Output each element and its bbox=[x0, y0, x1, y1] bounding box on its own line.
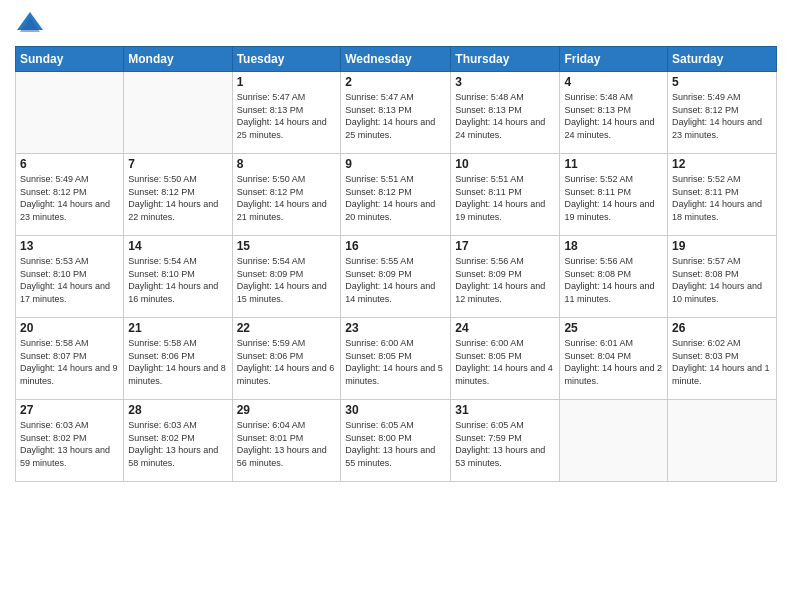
day-number: 22 bbox=[237, 321, 337, 335]
calendar-week-2: 6Sunrise: 5:49 AM Sunset: 8:12 PM Daylig… bbox=[16, 154, 777, 236]
calendar-cell bbox=[16, 72, 124, 154]
day-number: 21 bbox=[128, 321, 227, 335]
calendar-cell: 24Sunrise: 6:00 AM Sunset: 8:05 PM Dayli… bbox=[451, 318, 560, 400]
calendar-cell: 26Sunrise: 6:02 AM Sunset: 8:03 PM Dayli… bbox=[668, 318, 777, 400]
calendar-cell: 31Sunrise: 6:05 AM Sunset: 7:59 PM Dayli… bbox=[451, 400, 560, 482]
calendar-cell: 8Sunrise: 5:50 AM Sunset: 8:12 PM Daylig… bbox=[232, 154, 341, 236]
logo bbox=[15, 10, 49, 38]
day-number: 8 bbox=[237, 157, 337, 171]
day-number: 20 bbox=[20, 321, 119, 335]
day-of-week-tuesday: Tuesday bbox=[232, 47, 341, 72]
header bbox=[15, 10, 777, 38]
calendar-cell: 20Sunrise: 5:58 AM Sunset: 8:07 PM Dayli… bbox=[16, 318, 124, 400]
day-number: 14 bbox=[128, 239, 227, 253]
day-number: 23 bbox=[345, 321, 446, 335]
calendar-cell: 6Sunrise: 5:49 AM Sunset: 8:12 PM Daylig… bbox=[16, 154, 124, 236]
day-number: 13 bbox=[20, 239, 119, 253]
calendar-cell: 12Sunrise: 5:52 AM Sunset: 8:11 PM Dayli… bbox=[668, 154, 777, 236]
cell-content: Sunrise: 5:48 AM Sunset: 8:13 PM Dayligh… bbox=[564, 91, 663, 141]
cell-content: Sunrise: 6:04 AM Sunset: 8:01 PM Dayligh… bbox=[237, 419, 337, 469]
day-number: 28 bbox=[128, 403, 227, 417]
calendar-cell: 16Sunrise: 5:55 AM Sunset: 8:09 PM Dayli… bbox=[341, 236, 451, 318]
calendar-cell: 23Sunrise: 6:00 AM Sunset: 8:05 PM Dayli… bbox=[341, 318, 451, 400]
day-number: 19 bbox=[672, 239, 772, 253]
cell-content: Sunrise: 5:56 AM Sunset: 8:09 PM Dayligh… bbox=[455, 255, 555, 305]
day-number: 25 bbox=[564, 321, 663, 335]
day-number: 27 bbox=[20, 403, 119, 417]
cell-content: Sunrise: 5:51 AM Sunset: 8:11 PM Dayligh… bbox=[455, 173, 555, 223]
calendar-cell: 14Sunrise: 5:54 AM Sunset: 8:10 PM Dayli… bbox=[124, 236, 232, 318]
day-number: 18 bbox=[564, 239, 663, 253]
cell-content: Sunrise: 5:54 AM Sunset: 8:09 PM Dayligh… bbox=[237, 255, 337, 305]
cell-content: Sunrise: 6:03 AM Sunset: 8:02 PM Dayligh… bbox=[20, 419, 119, 469]
calendar-cell: 25Sunrise: 6:01 AM Sunset: 8:04 PM Dayli… bbox=[560, 318, 668, 400]
calendar-cell: 1Sunrise: 5:47 AM Sunset: 8:13 PM Daylig… bbox=[232, 72, 341, 154]
calendar-table: SundayMondayTuesdayWednesdayThursdayFrid… bbox=[15, 46, 777, 482]
calendar-cell: 15Sunrise: 5:54 AM Sunset: 8:09 PM Dayli… bbox=[232, 236, 341, 318]
day-number: 9 bbox=[345, 157, 446, 171]
cell-content: Sunrise: 5:50 AM Sunset: 8:12 PM Dayligh… bbox=[128, 173, 227, 223]
calendar-cell: 5Sunrise: 5:49 AM Sunset: 8:12 PM Daylig… bbox=[668, 72, 777, 154]
cell-content: Sunrise: 5:47 AM Sunset: 8:13 PM Dayligh… bbox=[345, 91, 446, 141]
day-of-week-monday: Monday bbox=[124, 47, 232, 72]
calendar-cell: 13Sunrise: 5:53 AM Sunset: 8:10 PM Dayli… bbox=[16, 236, 124, 318]
calendar-cell: 17Sunrise: 5:56 AM Sunset: 8:09 PM Dayli… bbox=[451, 236, 560, 318]
cell-content: Sunrise: 5:53 AM Sunset: 8:10 PM Dayligh… bbox=[20, 255, 119, 305]
calendar-cell: 22Sunrise: 5:59 AM Sunset: 8:06 PM Dayli… bbox=[232, 318, 341, 400]
calendar-cell: 4Sunrise: 5:48 AM Sunset: 8:13 PM Daylig… bbox=[560, 72, 668, 154]
calendar-cell: 21Sunrise: 5:58 AM Sunset: 8:06 PM Dayli… bbox=[124, 318, 232, 400]
cell-content: Sunrise: 5:58 AM Sunset: 8:06 PM Dayligh… bbox=[128, 337, 227, 387]
cell-content: Sunrise: 6:01 AM Sunset: 8:04 PM Dayligh… bbox=[564, 337, 663, 387]
cell-content: Sunrise: 5:58 AM Sunset: 8:07 PM Dayligh… bbox=[20, 337, 119, 387]
day-of-week-friday: Friday bbox=[560, 47, 668, 72]
cell-content: Sunrise: 5:47 AM Sunset: 8:13 PM Dayligh… bbox=[237, 91, 337, 141]
cell-content: Sunrise: 5:50 AM Sunset: 8:12 PM Dayligh… bbox=[237, 173, 337, 223]
day-of-week-sunday: Sunday bbox=[16, 47, 124, 72]
calendar-week-5: 27Sunrise: 6:03 AM Sunset: 8:02 PM Dayli… bbox=[16, 400, 777, 482]
cell-content: Sunrise: 6:05 AM Sunset: 8:00 PM Dayligh… bbox=[345, 419, 446, 469]
calendar-week-4: 20Sunrise: 5:58 AM Sunset: 8:07 PM Dayli… bbox=[16, 318, 777, 400]
day-number: 3 bbox=[455, 75, 555, 89]
day-of-week-wednesday: Wednesday bbox=[341, 47, 451, 72]
day-of-week-thursday: Thursday bbox=[451, 47, 560, 72]
day-number: 7 bbox=[128, 157, 227, 171]
day-number: 29 bbox=[237, 403, 337, 417]
cell-content: Sunrise: 5:52 AM Sunset: 8:11 PM Dayligh… bbox=[672, 173, 772, 223]
day-number: 4 bbox=[564, 75, 663, 89]
calendar-week-3: 13Sunrise: 5:53 AM Sunset: 8:10 PM Dayli… bbox=[16, 236, 777, 318]
page: SundayMondayTuesdayWednesdayThursdayFrid… bbox=[0, 0, 792, 612]
cell-content: Sunrise: 6:05 AM Sunset: 7:59 PM Dayligh… bbox=[455, 419, 555, 469]
calendar-cell: 30Sunrise: 6:05 AM Sunset: 8:00 PM Dayli… bbox=[341, 400, 451, 482]
day-number: 26 bbox=[672, 321, 772, 335]
calendar-cell: 2Sunrise: 5:47 AM Sunset: 8:13 PM Daylig… bbox=[341, 72, 451, 154]
calendar-cell: 10Sunrise: 5:51 AM Sunset: 8:11 PM Dayli… bbox=[451, 154, 560, 236]
day-number: 12 bbox=[672, 157, 772, 171]
day-number: 2 bbox=[345, 75, 446, 89]
calendar-cell: 29Sunrise: 6:04 AM Sunset: 8:01 PM Dayli… bbox=[232, 400, 341, 482]
day-number: 16 bbox=[345, 239, 446, 253]
calendar-cell: 28Sunrise: 6:03 AM Sunset: 8:02 PM Dayli… bbox=[124, 400, 232, 482]
day-number: 24 bbox=[455, 321, 555, 335]
cell-content: Sunrise: 5:48 AM Sunset: 8:13 PM Dayligh… bbox=[455, 91, 555, 141]
cell-content: Sunrise: 5:54 AM Sunset: 8:10 PM Dayligh… bbox=[128, 255, 227, 305]
cell-content: Sunrise: 5:56 AM Sunset: 8:08 PM Dayligh… bbox=[564, 255, 663, 305]
day-number: 6 bbox=[20, 157, 119, 171]
calendar-cell: 27Sunrise: 6:03 AM Sunset: 8:02 PM Dayli… bbox=[16, 400, 124, 482]
cell-content: Sunrise: 6:03 AM Sunset: 8:02 PM Dayligh… bbox=[128, 419, 227, 469]
cell-content: Sunrise: 5:49 AM Sunset: 8:12 PM Dayligh… bbox=[672, 91, 772, 141]
calendar-cell: 18Sunrise: 5:56 AM Sunset: 8:08 PM Dayli… bbox=[560, 236, 668, 318]
calendar-cell bbox=[560, 400, 668, 482]
day-number: 11 bbox=[564, 157, 663, 171]
cell-content: Sunrise: 5:55 AM Sunset: 8:09 PM Dayligh… bbox=[345, 255, 446, 305]
calendar-cell: 7Sunrise: 5:50 AM Sunset: 8:12 PM Daylig… bbox=[124, 154, 232, 236]
day-number: 31 bbox=[455, 403, 555, 417]
calendar-cell: 3Sunrise: 5:48 AM Sunset: 8:13 PM Daylig… bbox=[451, 72, 560, 154]
cell-content: Sunrise: 5:52 AM Sunset: 8:11 PM Dayligh… bbox=[564, 173, 663, 223]
day-of-week-saturday: Saturday bbox=[668, 47, 777, 72]
day-number: 30 bbox=[345, 403, 446, 417]
calendar-cell: 11Sunrise: 5:52 AM Sunset: 8:11 PM Dayli… bbox=[560, 154, 668, 236]
calendar-cell: 9Sunrise: 5:51 AM Sunset: 8:12 PM Daylig… bbox=[341, 154, 451, 236]
calendar-cell: 19Sunrise: 5:57 AM Sunset: 8:08 PM Dayli… bbox=[668, 236, 777, 318]
calendar-cell bbox=[124, 72, 232, 154]
day-number: 10 bbox=[455, 157, 555, 171]
